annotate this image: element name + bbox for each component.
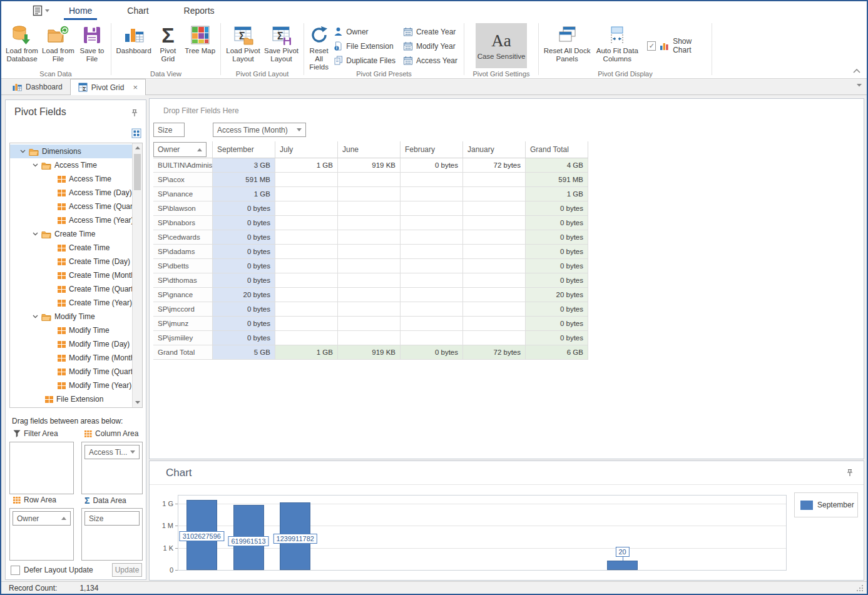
data-cell[interactable]: 6 GB	[526, 345, 588, 360]
row-header-cell[interactable]: BUILTIN\Adminis...	[153, 158, 213, 173]
close-tab-icon[interactable]: ×	[133, 83, 138, 91]
data-cell[interactable]	[338, 288, 401, 302]
tree-item-dimensions[interactable]: Dimensions	[10, 145, 132, 158]
row-header-cell[interactable]: SP\acox	[153, 173, 213, 187]
data-cell[interactable]	[401, 273, 463, 288]
data-cell[interactable]	[401, 187, 463, 201]
data-cell[interactable]	[275, 201, 338, 216]
update-button[interactable]: Update	[112, 563, 142, 577]
tab-list-dropdown-icon[interactable]	[857, 84, 862, 87]
tree-item-access-time[interactable]: Access Time	[10, 158, 132, 172]
data-cell[interactable]: 3 GB	[213, 158, 275, 173]
dashboard-button[interactable]: Dashboard	[115, 22, 153, 68]
pin-icon[interactable]	[131, 109, 138, 117]
data-cell[interactable]: 0 bytes	[526, 331, 588, 345]
data-cell[interactable]: 0 bytes	[213, 245, 275, 259]
data-cell[interactable]: 1 GB	[526, 187, 588, 201]
data-cell[interactable]: 0 bytes	[213, 317, 275, 331]
data-cell[interactable]: 0 bytes	[213, 302, 275, 317]
data-cell[interactable]	[463, 317, 526, 331]
column-field-chip[interactable]: Access Time (Month)	[213, 123, 306, 137]
tab-pivot-grid[interactable]: Σ Pivot Grid ×	[70, 79, 146, 95]
data-field-chip[interactable]: Size	[153, 123, 185, 137]
data-cell[interactable]	[338, 317, 401, 331]
data-cell[interactable]	[401, 173, 463, 187]
tree-item-access-time[interactable]: Access Time	[10, 172, 132, 186]
data-cell[interactable]	[338, 230, 401, 245]
data-cell[interactable]: 0 bytes	[526, 245, 588, 259]
data-cell[interactable]	[463, 216, 526, 230]
data-cell[interactable]: 0 bytes	[526, 259, 588, 273]
tree-item-create-time[interactable]: Create Time	[10, 241, 132, 255]
data-cell[interactable]: 0 bytes	[213, 230, 275, 245]
data-cell[interactable]: 0 bytes	[526, 273, 588, 288]
data-cell[interactable]	[275, 302, 338, 317]
scroll-down-icon[interactable]	[133, 398, 142, 407]
ribbon-tab-chart[interactable]: Chart	[118, 1, 157, 20]
case-sensitive-toggle-button[interactable]: Aa Case Sensitive	[476, 23, 527, 68]
file-extension-preset-button[interactable]: i File Extension	[330, 39, 399, 53]
data-cell[interactable]	[401, 259, 463, 273]
tree-item-create-time-day[interactable]: Create Time (Day)	[10, 255, 132, 268]
data-cell[interactable]: 72 bytes	[463, 158, 526, 173]
tree-item-modify-time-year[interactable]: Modify Time (Year)	[10, 379, 132, 392]
modify-year-preset-button[interactable]: Modify Year	[400, 39, 461, 53]
tree-item-access-time-year[interactable]: Access Time (Year)	[10, 213, 132, 227]
data-cell[interactable]	[338, 201, 401, 216]
auto-fit-data-columns-button[interactable]: Auto Fit Data Columns	[592, 22, 642, 68]
create-year-preset-button[interactable]: Create Year	[400, 24, 461, 39]
row-header-cell[interactable]: SP\anance	[153, 187, 213, 201]
tree-item-modify-time[interactable]: Modify Time	[10, 310, 132, 323]
column-area-box[interactable]: Access Ti...	[81, 442, 143, 494]
data-cell[interactable]: 0 bytes	[526, 302, 588, 317]
data-cell[interactable]	[275, 187, 338, 201]
field-list-layout-icon[interactable]	[131, 128, 142, 139]
save-to-file-button[interactable]: Save to File	[76, 22, 108, 68]
data-area-box[interactable]: Size	[81, 508, 143, 561]
reset-all-fields-button[interactable]: Reset All Fields	[307, 22, 330, 71]
data-cell[interactable]: 919 KB	[338, 158, 401, 173]
save-pivot-layout-button[interactable]: Σ Save Pivot Layout	[262, 22, 300, 68]
column-header-grand-total[interactable]: Grand Total	[526, 141, 588, 158]
row-field-chip[interactable]: Owner	[153, 142, 207, 157]
column-area-field-chip[interactable]: Access Ti...	[84, 445, 140, 459]
data-cell[interactable]	[401, 230, 463, 245]
pivot-grid-button[interactable]: Σ Pivot Grid	[153, 22, 183, 68]
column-header-september[interactable]: September	[213, 141, 275, 158]
column-header-january[interactable]: January	[463, 141, 526, 158]
row-header-cell[interactable]: SP\dthomas	[153, 273, 213, 288]
data-cell[interactable]: 1 GB	[275, 158, 338, 173]
row-header-cell[interactable]: SP\dbetts	[153, 259, 213, 273]
data-cell[interactable]: 0 bytes	[213, 331, 275, 345]
data-cell[interactable]	[275, 331, 338, 345]
tree-scrollbar[interactable]	[132, 143, 142, 407]
data-cell[interactable]: 591 MB	[213, 173, 275, 187]
application-menu-button[interactable]	[30, 3, 51, 18]
row-header-cell[interactable]: SP\jmunz	[153, 317, 213, 331]
resize-grip-icon[interactable]	[856, 584, 864, 592]
tree-item-create-time-year[interactable]: Create Time (Year)	[10, 296, 132, 310]
tree-item-create-time-month[interactable]: Create Time (Month)	[10, 268, 132, 282]
tree-item-modify-time-day[interactable]: Modify Time (Day)	[10, 337, 132, 351]
tree-map-button[interactable]: Tree Map	[183, 22, 217, 68]
show-chart-checkbox[interactable]: ✓ Show Chart	[647, 37, 708, 54]
reset-all-dock-panels-button[interactable]: Reset All Dock Panels	[542, 22, 592, 68]
data-cell[interactable]	[275, 230, 338, 245]
row-header-cell[interactable]: Grand Total	[153, 345, 213, 360]
data-cell[interactable]: 0 bytes	[401, 345, 463, 360]
data-cell[interactable]: 0 bytes	[213, 216, 275, 230]
data-cell[interactable]	[401, 288, 463, 302]
scrollbar-thumb[interactable]	[134, 154, 141, 190]
data-area-field-chip[interactable]: Size	[84, 511, 140, 526]
pin-icon[interactable]	[846, 469, 854, 477]
data-cell[interactable]	[338, 187, 401, 201]
data-cell[interactable]: 20 bytes	[213, 288, 275, 302]
data-cell[interactable]: 72 bytes	[463, 345, 526, 360]
data-cell[interactable]: 0 bytes	[526, 201, 588, 216]
data-cell[interactable]	[463, 173, 526, 187]
data-cell[interactable]	[401, 201, 463, 216]
data-cell[interactable]	[463, 302, 526, 317]
data-cell[interactable]	[401, 331, 463, 345]
ribbon-tab-reports[interactable]: Reports	[175, 1, 223, 20]
data-cell[interactable]	[463, 230, 526, 245]
